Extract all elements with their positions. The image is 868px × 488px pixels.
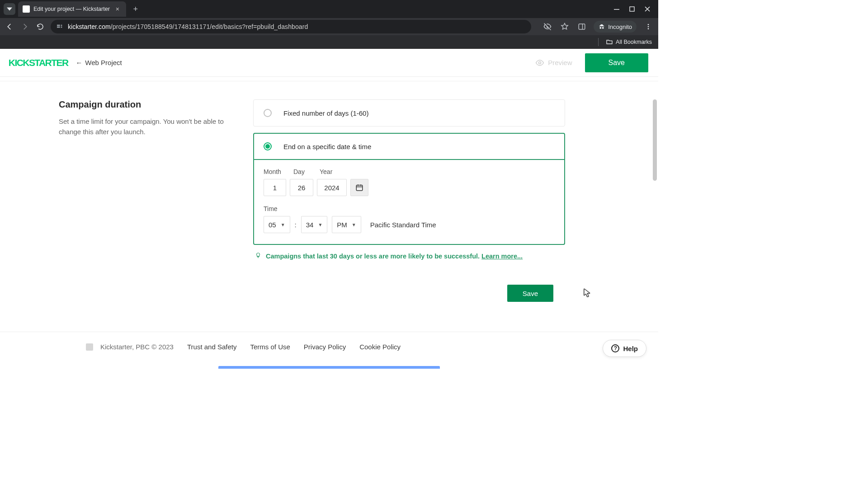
breadcrumb[interactable]: ←Web Project	[75, 59, 122, 66]
option-fixed-label: Fixed number of days (1-60)	[283, 109, 368, 117]
label-day: Day	[293, 168, 311, 175]
scrollbar[interactable]	[653, 99, 657, 181]
chevron-down-icon: ▼	[281, 222, 285, 227]
option-fixed-days[interactable]: Fixed number of days (1-60)	[253, 99, 565, 127]
date-inputs: 1 26 2024	[264, 179, 555, 196]
svg-rect-2	[57, 25, 60, 25]
kickstarter-logo[interactable]: KICKSTARTER	[10, 58, 66, 67]
tip-row: Campaigns that last 30 days or less are …	[253, 252, 565, 260]
all-bookmarks-button[interactable]: All Bookmarks	[606, 38, 652, 46]
footer-logo-icon	[86, 343, 93, 351]
page: KICKSTARTER ←Web Project Preview Save Ca…	[0, 49, 658, 369]
time-inputs: 05 ▼ : 34 ▼ PM ▼ Pacific Standard Time	[264, 216, 555, 233]
minimize-icon[interactable]	[614, 6, 619, 12]
date-labels: Month Day Year	[264, 168, 555, 175]
tip-text: Campaigns that last 30 days or less are …	[266, 253, 523, 260]
ampm-select[interactable]: PM ▼	[332, 216, 361, 233]
chevron-down-icon: ▼	[318, 222, 322, 227]
tab-strip: Edit your project — Kickstarter × +	[0, 0, 658, 18]
back-button[interactable]	[5, 22, 14, 32]
svg-rect-0	[614, 9, 619, 10]
address-bar-row: kickstarter.com/projects/1705188549/1748…	[0, 18, 658, 35]
tab-title: Edit your project — Kickstarter	[33, 6, 110, 12]
end-date-panel: Month Day Year 1 26 2024 Time 05 ▼	[253, 159, 565, 245]
copyright: Kickstarter, PBC © 2023	[100, 343, 174, 351]
reload-button[interactable]	[35, 22, 45, 32]
calendar-button[interactable]	[350, 179, 368, 196]
help-icon: ?	[611, 344, 619, 352]
main-content: Campaign duration Set a time limit for y…	[0, 81, 658, 302]
svg-point-5	[61, 27, 62, 28]
svg-point-4	[61, 25, 62, 26]
address-bar[interactable]: kickstarter.com/projects/1705188549/1748…	[51, 20, 531, 33]
section-description: Campaign duration Set a time limit for y…	[59, 99, 253, 302]
chevron-down-icon: ▼	[352, 222, 356, 227]
year-input[interactable]: 2024	[317, 179, 347, 196]
timezone-label: Pacific Standard Time	[370, 221, 436, 229]
option-end-date[interactable]: End on a specific date & time	[253, 133, 565, 160]
new-tab-button[interactable]: +	[132, 5, 140, 14]
breadcrumb-label: Web Project	[85, 59, 122, 66]
radio-checked-icon[interactable]	[264, 142, 272, 150]
window-controls	[614, 6, 655, 12]
eye-icon	[535, 58, 544, 67]
help-button[interactable]: ? Help	[603, 340, 646, 357]
svg-point-8	[648, 24, 649, 25]
favicon-icon	[23, 5, 30, 13]
svg-rect-3	[57, 27, 60, 27]
divider	[598, 38, 599, 46]
duration-options: Fixed number of days (1-60) End on a spe…	[253, 99, 565, 302]
close-tab-icon[interactable]: ×	[113, 5, 122, 13]
preview-button[interactable]: Preview	[535, 58, 572, 67]
label-time: Time	[264, 205, 555, 212]
lightbulb-icon	[255, 252, 261, 260]
bookmark-star-icon[interactable]	[559, 21, 570, 32]
maximize-icon[interactable]	[629, 6, 635, 12]
svg-rect-1	[630, 7, 634, 11]
svg-rect-6	[579, 24, 585, 29]
save-button[interactable]: Save	[585, 53, 648, 72]
save-button-bottom[interactable]: Save	[507, 285, 553, 302]
eye-off-icon[interactable]	[542, 21, 553, 32]
bookmarks-bar: All Bookmarks	[0, 35, 658, 49]
footer-link-privacy[interactable]: Privacy Policy	[304, 343, 346, 351]
incognito-badge[interactable]: Incognito	[594, 21, 637, 33]
option-end-label: End on a specific date & time	[283, 143, 371, 150]
hour-select[interactable]: 05 ▼	[264, 216, 290, 233]
forward-button[interactable]	[20, 22, 30, 32]
loading-bar	[218, 366, 440, 369]
day-input[interactable]: 26	[290, 179, 313, 196]
calendar-icon	[355, 183, 363, 192]
learn-more-link[interactable]: Learn more...	[481, 253, 523, 260]
kebab-menu-icon[interactable]	[643, 21, 654, 32]
browser-tab[interactable]: Edit your project — Kickstarter ×	[18, 1, 126, 17]
tab-search-dropdown[interactable]	[4, 3, 15, 15]
preview-label: Preview	[548, 59, 572, 66]
svg-point-11	[539, 61, 541, 64]
site-info-icon[interactable]	[56, 23, 63, 31]
footer-link-cookie[interactable]: Cookie Policy	[359, 343, 401, 351]
footer-link-terms[interactable]: Terms of Use	[250, 343, 290, 351]
month-input[interactable]: 1	[264, 179, 286, 196]
close-window-icon[interactable]	[645, 6, 650, 12]
svg-rect-12	[356, 185, 363, 191]
url-text: kickstarter.com/projects/1705188549/1748…	[68, 23, 308, 30]
minute-select[interactable]: 34 ▼	[301, 216, 328, 233]
app-header: KICKSTARTER ←Web Project Preview Save	[0, 49, 658, 77]
radio-unchecked-icon[interactable]	[264, 109, 272, 117]
section-title: Campaign duration	[59, 99, 226, 110]
back-arrow-icon: ←	[75, 59, 82, 66]
label-month: Month	[264, 168, 285, 175]
label-year: Year	[320, 168, 347, 175]
svg-point-10	[648, 28, 649, 29]
browser-chrome: Edit your project — Kickstarter × + kick…	[0, 0, 658, 49]
side-panel-icon[interactable]	[576, 21, 587, 32]
section-subtitle: Set a time limit for your campaign. You …	[59, 116, 226, 137]
svg-point-9	[648, 26, 649, 28]
time-colon: :	[295, 221, 297, 229]
footer: Kickstarter, PBC © 2023 Trust and Safety…	[0, 332, 658, 351]
footer-link-trust[interactable]: Trust and Safety	[187, 343, 237, 351]
